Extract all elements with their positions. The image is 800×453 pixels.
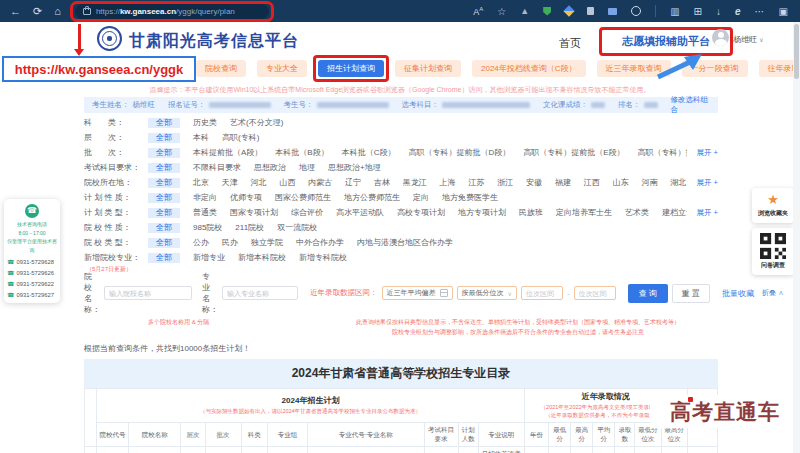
filter-option[interactable]: 高职（专科）批（F段） bbox=[638, 148, 687, 158]
browser-essentials-icon[interactable]: e bbox=[735, 6, 741, 17]
filter-option[interactable]: 本科 bbox=[193, 133, 209, 143]
filter-option[interactable]: 公办 bbox=[193, 238, 209, 248]
filter-option[interactable]: 地方专项计划 bbox=[458, 208, 506, 218]
reset-button[interactable]: 重 置 bbox=[672, 284, 710, 303]
query-button[interactable]: 查 询 bbox=[628, 284, 668, 303]
extension-icon-circle[interactable] bbox=[631, 6, 641, 16]
rank-from-input[interactable] bbox=[521, 286, 563, 300]
filter-option[interactable]: 新增专科院校 bbox=[299, 253, 347, 263]
filter-option[interactable]: 双一流院校 bbox=[277, 223, 317, 233]
filter-option[interactable]: 艺术类 bbox=[625, 208, 649, 218]
filter-option[interactable]: 黑龙江 bbox=[403, 178, 427, 188]
filter-option[interactable]: 高职（专科）提前批（E段） bbox=[523, 148, 624, 158]
filter-option[interactable]: 内蒙古 bbox=[308, 178, 332, 188]
expand-link[interactable]: 展开 + bbox=[697, 178, 718, 188]
filter-option[interactable]: 历史类 bbox=[193, 118, 217, 128]
filter-option[interactable]: 全部 bbox=[148, 148, 180, 158]
filter-option[interactable]: 建档立卡专项 bbox=[662, 208, 687, 218]
filter-option[interactable]: 全部 bbox=[148, 253, 180, 263]
filter-option[interactable]: 地方免费医学生 bbox=[442, 193, 498, 203]
browse-favorites-button[interactable]: ★ 浏览收藏夹 bbox=[752, 188, 794, 223]
rank-type-select[interactable]: 按最低分位次∨ bbox=[457, 286, 517, 300]
filter-option[interactable]: 全部 bbox=[148, 178, 180, 188]
expand-link[interactable]: 展开 + bbox=[697, 208, 718, 218]
filter-option[interactable]: 地理 bbox=[299, 163, 315, 173]
more-menu-icon[interactable]: ⋯ bbox=[755, 6, 765, 17]
filter-option[interactable]: 北京 bbox=[193, 178, 209, 188]
filter-option[interactable]: 国家专项计划 bbox=[230, 208, 278, 218]
filter-option[interactable]: 全部 bbox=[148, 163, 180, 173]
back-icon[interactable]: ← bbox=[10, 0, 21, 22]
expand-link[interactable]: 展开 + bbox=[697, 148, 718, 158]
workspace-icon[interactable]: ▣ bbox=[779, 6, 788, 17]
history-range-select[interactable]: 近三年平均偏差 bbox=[382, 286, 453, 300]
batch-favorite-link[interactable]: 批量收藏 bbox=[722, 288, 754, 299]
change-subject-combo-link[interactable]: 修改选科组合 bbox=[671, 95, 711, 115]
home-link[interactable]: 首页 bbox=[559, 36, 581, 51]
downloads-icon[interactable]: ↓ bbox=[716, 6, 721, 17]
college-name-input[interactable] bbox=[104, 286, 192, 300]
major-name-input[interactable] bbox=[222, 286, 298, 300]
refresh-icon[interactable]: ⟳ bbox=[33, 0, 42, 22]
extension-icon-doc[interactable] bbox=[587, 7, 594, 15]
filter-option[interactable]: 高水平运动队 bbox=[336, 208, 384, 218]
filter-option[interactable]: 高职(专科) bbox=[222, 133, 259, 143]
home-icon[interactable]: ⌂ bbox=[54, 0, 61, 22]
filter-option[interactable]: 国家公费师范生 bbox=[275, 193, 331, 203]
nav-item-3[interactable]: 招生计划查询 bbox=[318, 60, 384, 77]
nav-item-2[interactable]: 专业大全 bbox=[257, 60, 307, 77]
filter-option[interactable]: 吉林 bbox=[374, 178, 390, 188]
collapse-link[interactable]: 折叠 ∧ bbox=[762, 288, 784, 298]
filter-option[interactable]: 山西 bbox=[279, 178, 295, 188]
scrollbar-thumb[interactable] bbox=[794, 24, 799, 79]
extension-icon-folder[interactable] bbox=[608, 8, 617, 15]
filter-option[interactable]: 江西 bbox=[584, 178, 600, 188]
filter-option[interactable]: 985院校 bbox=[193, 223, 222, 233]
filter-option[interactable]: 优师专项 bbox=[230, 193, 262, 203]
filter-option[interactable]: 中外合作办学 bbox=[296, 238, 344, 248]
filter-option[interactable]: 湖北 bbox=[670, 178, 686, 188]
collections-icon[interactable]: ⊞ bbox=[694, 6, 702, 17]
filter-option[interactable]: 新增专业 bbox=[193, 253, 225, 263]
nav-item-5[interactable]: 2024年投档线查询（C段） bbox=[472, 60, 586, 77]
filter-option[interactable]: 江苏 bbox=[468, 178, 484, 188]
filter-option[interactable]: 安徽 bbox=[526, 178, 542, 188]
filter-option[interactable]: 新增本科院校 bbox=[238, 253, 286, 263]
filter-option[interactable]: 普通类 bbox=[193, 208, 217, 218]
filter-option[interactable]: 高职（专科）提前批（D段） bbox=[408, 148, 510, 158]
user-avatar[interactable] bbox=[712, 29, 729, 46]
filter-option[interactable]: 本科批（C段） bbox=[342, 148, 396, 158]
filter-option[interactable]: 思想政治+地理 bbox=[328, 163, 381, 173]
filter-option[interactable]: 山东 bbox=[613, 178, 629, 188]
extension-icon-kite[interactable] bbox=[563, 5, 574, 16]
filter-option[interactable]: 地方公费师范生 bbox=[344, 193, 400, 203]
filter-option[interactable]: 上海 bbox=[440, 178, 456, 188]
filter-option[interactable]: 辽宁 bbox=[345, 178, 361, 188]
filter-option[interactable]: 定向培养军士生 bbox=[556, 208, 612, 218]
nav-item-4[interactable]: 征集计划查询 bbox=[395, 60, 461, 77]
filter-option[interactable]: 非定向 bbox=[193, 193, 217, 203]
filter-option[interactable]: 全部 bbox=[148, 133, 180, 143]
filter-option[interactable]: 独立学院 bbox=[251, 238, 283, 248]
filter-option[interactable]: 本科批（B段） bbox=[275, 148, 328, 158]
filter-option[interactable]: 河北 bbox=[251, 178, 267, 188]
address-bar[interactable]: https://kw.ganseea.cn/yggk/query/plan bbox=[75, 4, 269, 19]
filter-option[interactable]: 综合评价 bbox=[291, 208, 323, 218]
filter-option[interactable]: 思想政治 bbox=[254, 163, 286, 173]
assist-platform-link[interactable]: 志愿填报辅助平台 bbox=[622, 34, 710, 49]
filter-option[interactable]: 全部 bbox=[148, 208, 180, 218]
filter-option[interactable]: 定向 bbox=[413, 193, 429, 203]
filter-option[interactable]: 民族班 bbox=[519, 208, 543, 218]
filter-option[interactable]: 高校专项计划 bbox=[397, 208, 445, 218]
filter-option[interactable]: 全部 bbox=[148, 193, 180, 203]
filter-option[interactable]: 天津 bbox=[222, 178, 238, 188]
filter-option[interactable]: 河南 bbox=[642, 178, 658, 188]
filter-option[interactable]: 内地与港澳台地区合作办学 bbox=[357, 238, 453, 248]
filter-option[interactable]: 本科提前批（A段） bbox=[193, 148, 262, 158]
extension-icon-triangle[interactable]: ▲ bbox=[520, 6, 529, 16]
filter-option[interactable]: 全部 bbox=[148, 238, 180, 248]
filter-option[interactable]: 民办 bbox=[222, 238, 238, 248]
favorites-icon[interactable]: ☆ bbox=[497, 6, 506, 17]
filter-option[interactable]: 全部 bbox=[148, 118, 180, 128]
split-screen-icon[interactable]: ▥ bbox=[670, 6, 679, 17]
